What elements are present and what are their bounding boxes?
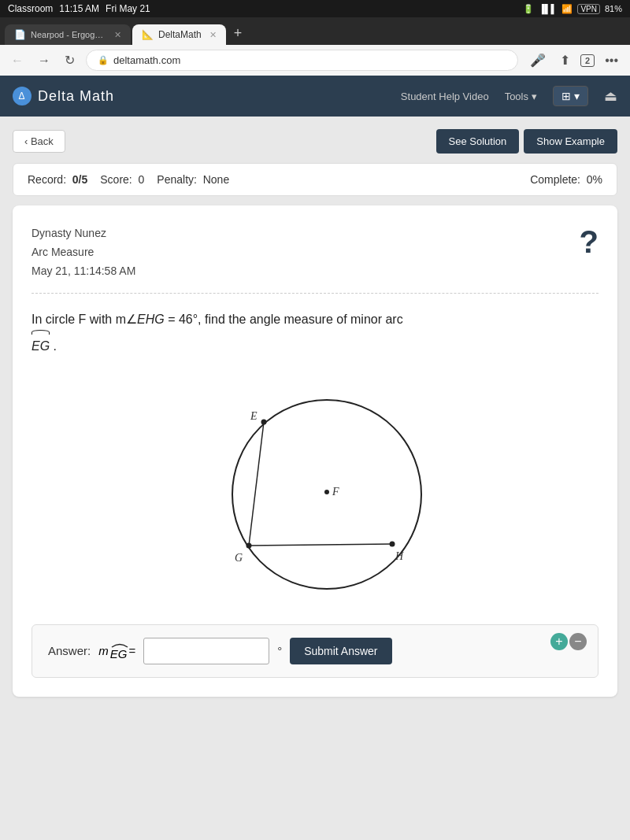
vpn-badge: VPN [577, 4, 600, 14]
answer-section: + − Answer: m EG = ° Submit Answer [32, 624, 598, 678]
url-box[interactable]: 🔒 deltamath.com [86, 50, 518, 71]
forward-nav-button[interactable]: → [35, 52, 54, 69]
timestamp: May 21, 11:14:58 AM [32, 262, 135, 281]
svg-point-3 [324, 490, 329, 494]
svg-point-9 [390, 541, 395, 546]
action-bar: ‹ Back See Solution Show Example [13, 129, 617, 154]
tab-nearpod[interactable]: 📄 Nearpod - Ergogenic Aid... ✕ [5, 24, 131, 45]
action-buttons: See Solution Show Example [436, 129, 617, 154]
svg-point-5 [261, 419, 267, 424]
more-options-icon[interactable]: ••• [601, 52, 622, 69]
calc-dropdown-icon: ▾ [574, 90, 580, 102]
answer-label: Answer: [48, 644, 91, 657]
help-question-icon[interactable]: ? [580, 224, 598, 260]
diagram-container: F E G H [32, 372, 598, 601]
back-nav-button[interactable]: ← [8, 52, 27, 69]
score-value: 0 [139, 173, 145, 186]
lock-icon: 🔒 [98, 55, 109, 65]
complete-value: 0% [587, 173, 602, 186]
microphone-icon[interactable]: 🎤 [526, 51, 550, 69]
arc-eg-answer-label: EG [110, 642, 128, 661]
score-label: Score: 0 [100, 173, 144, 186]
back-button[interactable]: ‹ Back [13, 130, 65, 153]
svg-text:H: H [395, 550, 404, 562]
tab-deltamath-favicon: 📐 [142, 29, 154, 40]
status-right: 🔋 ▐▌▌ 📶 VPN 81% [523, 4, 622, 14]
logo-icon: Δ [13, 87, 32, 105]
degree-symbol: ° [277, 644, 282, 657]
record-label: Record: 0/5 [28, 173, 87, 186]
new-tab-button[interactable]: + [228, 22, 249, 45]
submit-answer-button[interactable]: Submit Answer [290, 638, 391, 664]
battery-percent: 81% [605, 4, 622, 13]
tab-bar: 📄 Nearpod - Ergogenic Aid... ✕ 📐 DeltaMa… [0, 17, 630, 45]
browser-chrome: 📄 Nearpod - Ergogenic Aid... ✕ 📐 DeltaMa… [0, 17, 630, 76]
student-help-video-link[interactable]: Student Help Video [401, 91, 489, 102]
complete-label: Complete: 0% [530, 173, 602, 186]
battery-green-icon: 🔋 [523, 4, 534, 14]
svg-point-7 [246, 542, 252, 548]
arc-eg-notation: EG [32, 330, 50, 357]
zoom-in-button[interactable]: + [550, 633, 568, 650]
time-display: 11:15 AM [59, 3, 99, 14]
svg-text:G: G [235, 552, 243, 564]
answer-input[interactable] [143, 638, 269, 664]
divider [32, 293, 598, 294]
zoom-out-button[interactable]: − [569, 633, 587, 650]
svg-line-1 [249, 422, 264, 546]
student-name: Dynasty Nunez [32, 224, 135, 243]
app-header: Δ Delta Math Student Help Video Tools ▾ … [0, 76, 630, 117]
record-bar: Record: 0/5 Score: 0 Penalty: None Compl… [13, 163, 617, 196]
wifi-icon: 📶 [561, 4, 573, 14]
zoom-controls: + − [550, 633, 587, 650]
tab-count-badge[interactable]: 2 [580, 54, 595, 67]
address-bar: ← → ↻ 🔒 deltamath.com 🎤 ⬆ 2 ••• [0, 45, 630, 76]
date-display: Fri May 21 [106, 3, 150, 14]
record-left: Record: 0/5 Score: 0 Penalty: None [28, 173, 229, 186]
problem-card: Dynasty Nunez Arc Measure May 21, 11:14:… [13, 205, 617, 697]
problem-text: In circle F with m∠EHG = 46°, find the a… [32, 309, 598, 356]
svg-text:E: E [250, 410, 258, 422]
url-text: deltamath.com [113, 54, 180, 66]
calculator-button[interactable]: ⊞ ▾ [553, 86, 588, 106]
penalty-label: Penalty: None [157, 173, 229, 186]
calculator-icon: ⊞ [561, 90, 571, 102]
logout-button[interactable]: ⏏ [604, 87, 617, 105]
answer-math-label: m EG = [98, 642, 135, 661]
share-icon[interactable]: ⬆ [556, 51, 574, 69]
tab-nearpod-close[interactable]: ✕ [114, 30, 121, 40]
tab-deltamath[interactable]: 📐 DeltaMath ✕ [132, 24, 226, 45]
student-info: Dynasty Nunez Arc Measure May 21, 11:14:… [32, 224, 135, 280]
tab-deltamath-close[interactable]: ✕ [209, 30, 217, 40]
svg-text:F: F [332, 486, 339, 498]
problem-intro: In circle F with m∠EHG = 46°, find the a… [32, 313, 403, 326]
see-solution-button[interactable]: See Solution [436, 129, 520, 154]
show-example-button[interactable]: Show Example [524, 129, 617, 154]
tab-nearpod-favicon: 📄 [14, 29, 26, 40]
record-value: 0/5 [72, 173, 87, 186]
penalty-value: None [203, 173, 229, 186]
geometry-diagram: F E G H [197, 372, 433, 601]
tab-deltamath-title: DeltaMath [158, 29, 202, 40]
status-bar: Classroom 11:15 AM Fri May 21 🔋 ▐▌▌ 📶 VP… [0, 0, 630, 17]
classroom-label: Classroom [8, 3, 53, 14]
problem-period: . [54, 339, 57, 353]
topic-name: Arc Measure [32, 243, 135, 262]
browser-actions: 🎤 ⬆ 2 ••• [526, 51, 622, 69]
tools-label: Tools [505, 91, 528, 102]
tools-chevron-icon: ▾ [532, 91, 537, 102]
app-logo: Δ Delta Math [13, 87, 114, 105]
reload-button[interactable]: ↻ [61, 51, 78, 69]
svg-line-2 [249, 544, 392, 546]
main-content: ‹ Back See Solution Show Example Record:… [0, 117, 630, 794]
app-name: Delta Math [38, 88, 114, 105]
tools-button[interactable]: Tools ▾ [505, 91, 537, 102]
tab-nearpod-title: Nearpod - Ergogenic Aid... [31, 30, 106, 39]
problem-header: Dynasty Nunez Arc Measure May 21, 11:14:… [32, 224, 598, 280]
signal-icon: ▐▌▌ [539, 4, 557, 13]
